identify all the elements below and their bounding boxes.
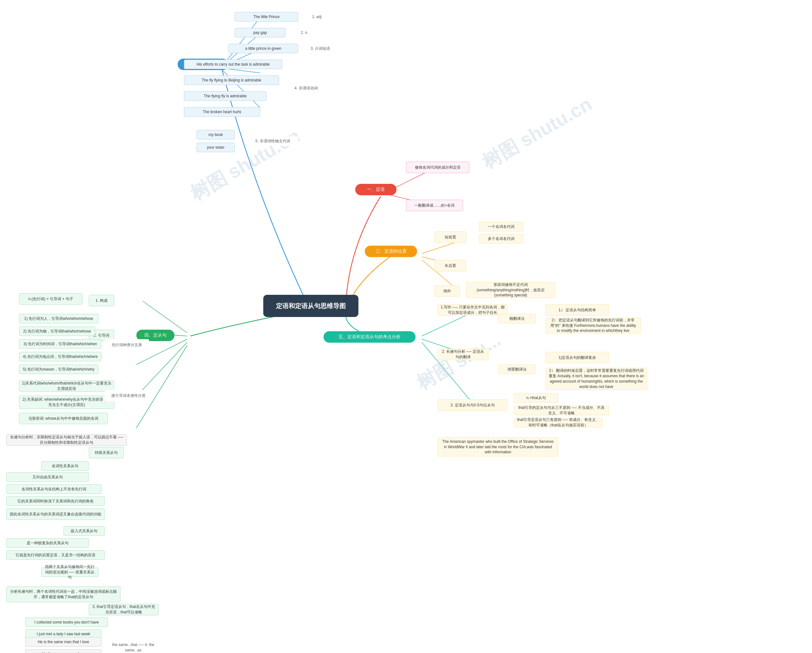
topic-3: 三、定语的位置 [365,246,417,257]
t4-compose: 1. 构成 [89,295,114,306]
t4-guide-4: 4) 先行词为地点词，引导词that/which/where [19,352,102,361]
connection-lines [0,0,812,653]
svg-line-15 [422,314,469,336]
svg-line-2 [222,17,260,67]
t2-item4a: His efforts to carry out the task is adm… [184,59,282,69]
t4-double: 指两个关系从句修饰同一先行词的语法规则 ── 双重关系从句 [41,568,98,577]
center-node: 定语和定语从句思维导图 [263,295,359,317]
t5-reverse-2: 2） 翻译的时候后置，这时常常需要重复先行词或用代词重复 Actually, i… [546,368,647,390]
t4-noun-rel-desc3: 它的关系词同时扮演了关系词和先行词的角色 [6,496,105,506]
t4-noun-rel-desc4: 因此名词性关系从句的关系词还又兼合连接代词的功能 [6,508,105,520]
t4-rel-2: 2) 关系副词: when/where/why在从句中充当状语，不充当主干成分(… [19,396,114,409]
t4-guide-1: 1) 先行词为人，引导词who/whom/whose [19,314,98,323]
t4-special: 特殊关系从句 [89,447,124,458]
t4-guide-kinds: 先行词种类分五类 [105,339,149,351]
t4-same-as: He the same man as love [25,649,102,653]
svg-line-7 [422,241,460,254]
t5-reverse-1: 1)定语从句的翻译复杂 [546,352,609,363]
t2-item4c: The flying fly is admirable [184,91,266,101]
t2-item3-label: a little prince in green [228,44,298,53]
t3-sub1b: 多个名词名代词 [479,234,524,244]
t4-that-omit: 分析长难句时，两个名词性代词在一起，中间没被连词或标点隔开，通常都是省略了tha… [6,586,121,602]
t2-item5-num: 5. 非谓词性物主代词 [247,136,298,146]
watermark-3: 树图 shu... [412,327,505,396]
t1-sub2: 一般翻译成……的+名词 [406,200,463,211]
t4-long-sent: 长难句分析时，非限制性定语从句相当于插入语，可以跳过不看 ── 区分限制性和非限… [6,434,127,446]
t3-sub1a: 一个名词名代词 [479,222,524,231]
t5-forward-1: 1） 定语从句结构简单 [546,304,609,316]
t1-sub1: 修饰名词代词的成分和定语 [406,162,469,173]
t4-same-that: He is the same man that I love [25,637,102,647]
watermark-2: 树图 shutu.cn [478,91,597,175]
t4-embed: 嵌入式关系从句 [63,526,105,536]
t4-guide-5: 5) 先行词为reason，引导词that/which/why [19,365,98,374]
t3-sub3: 例外 [435,285,460,297]
t2-item1-label: The little Prince [235,12,298,21]
t2-item5a: my book [197,130,235,140]
t4-compose-desc: n.(先行词) + 引导词 + 句子 [19,293,82,304]
t5-reverse: 倒置翻译法 [498,365,536,374]
t5-vs-nthat: n.+that从句 [514,393,558,403]
t2-item2-label: pay gap [235,28,285,37]
t4-guide-3: 3) 先行词为时间词，引导词that/which/when [19,339,102,349]
t4-noun-rel: 名词性关系从句 [41,461,89,471]
t4-guide-classify: 接引导词本身性分类 [105,390,152,401]
t5-vs-that1: that引导的定从句与从三不原则 ── 不当成分、不具含义、不可省略 [514,406,609,415]
t5-forward-2: 2） 把定语从句翻译到它所修饰的先行词前，并常用"的" 来衔接 Furtherm… [546,318,641,333]
t4-same-label: the same...that ── 4. the same...as [108,643,159,652]
t4-noun-rel-desc1: 又叫自由关系从句 [6,472,89,482]
t3-sub2: 长后置 [435,260,466,271]
t5-write: 1.写作 ── 只要在作文中见到名词，都可以加定语成分，把句子拉长 [438,304,508,316]
t2-item4b: The fly flying to Beijing is admirable [184,75,279,85]
t4-noun-rel-desc2: 名词性关系从句在结构上不含有先行词 [6,484,102,494]
svg-line-10 [143,301,187,333]
topic-5: 五、定语和定语从句的考点分析 [324,331,415,342]
t4-embed-desc2: 它就是先行词的后置定语，又是另一结构的宾语 [6,550,105,560]
t5-vs-that2: that引导定语从句三有原则 ── 有成分、有含义、有时可省略（that在从句做… [514,418,603,427]
topic-1: 一、定语 [355,184,397,195]
t4-3-ex1: I collected some books you don't have [25,618,108,627]
t2-item4d: The broken heart hurts [184,107,260,117]
mindmap-canvas: 树图 shutu.cn 树图 shutu.cn 树图 shu... 定语和定语从… [0,0,812,653]
t5-vs: 3. 定语从句与V.S句位从句 [438,399,508,411]
t2-item1-num: 1. adj. [304,12,330,21]
t4-rel-1: 1)关系代词who/whom/that/which在从句中一定要充当主谓或宾语 [19,381,114,392]
t2-item5b: your sister [197,143,235,152]
t4-embed-desc1: 是一种较复杂的关系从句 [6,538,89,548]
t4-3: 3. that引导定语从句，that在从句中充当宾语，that可以省略 [89,604,159,615]
t5-long: 2. 长难句分析 ── 定语从句的翻译 [438,349,488,360]
t2-item4-num: 4. 非谓语动词 [285,84,327,93]
t3-sub3-desc: 形容词修饰不定代词(something/anything/nothing)时，放… [466,282,555,298]
t2-item2-num: 2. n. [292,28,317,37]
t4-rel-3: 3)形容词: whose从句中中修饰后面的名词 [19,413,108,424]
t5-forward: 顺翻译法 [498,314,536,323]
t3-sub1: 短前置 [435,231,466,243]
t2-item3-num: 3. 介词短语 [304,44,336,53]
t4-guide-2: 2) 先行词为物，引导词that/which/whose [19,327,95,336]
t5-vs-example: The American spymaster who built the Off… [438,437,558,457]
svg-line-14 [136,346,187,428]
